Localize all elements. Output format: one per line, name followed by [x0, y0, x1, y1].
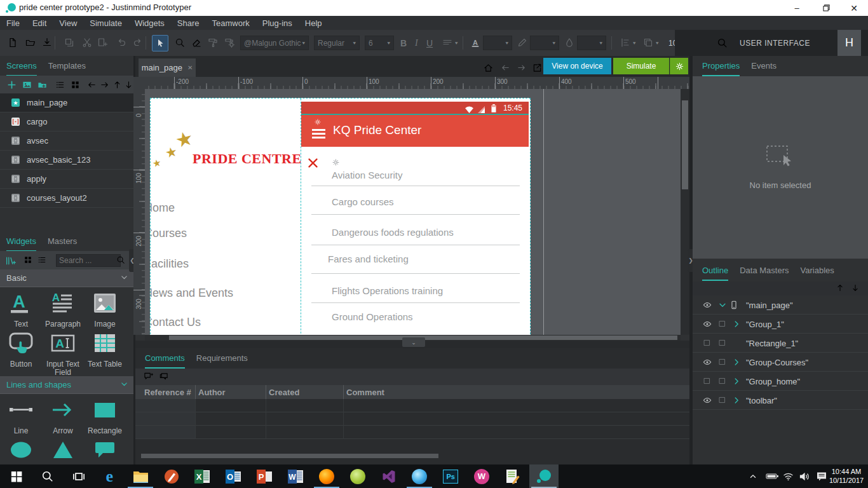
screen-item-avsec[interactable]: avsec [0, 132, 133, 151]
canvas-viewport[interactable]: ★ ★ ★ PRIDE CENTRE HomeCoursesFacilities… [145, 89, 681, 335]
menu-view[interactable]: View [53, 16, 83, 30]
nav-forward-icon[interactable] [513, 60, 529, 75]
drawer-nav-contact-us[interactable]: Contact Us [150, 316, 201, 329]
all-comments-icon[interactable] [157, 370, 170, 383]
outline-row-group-courses[interactable]: "Group-Courses" [693, 353, 868, 372]
restore-button[interactable] [812, 0, 840, 16]
undo-button[interactable] [114, 35, 129, 50]
font-color-select[interactable]: ▾ [483, 36, 512, 50]
comments-table-row[interactable] [135, 426, 689, 439]
select-cursor-button[interactable] [152, 35, 168, 51]
arrange-button[interactable] [641, 35, 656, 50]
home-screen-icon[interactable] [480, 60, 496, 75]
eye-icon[interactable] [703, 320, 712, 329]
canvas-vscrollbar[interactable] [681, 89, 689, 335]
comments-tab-requirements[interactable]: Requirements [196, 349, 248, 367]
widget-arrow[interactable]: Arrow [43, 397, 83, 435]
taskbar-file-explorer[interactable] [126, 464, 155, 488]
tray-chevron-up-icon[interactable] [749, 464, 757, 488]
phone-menu-ground-operations[interactable]: Ground Operations [332, 311, 413, 322]
comments-tab-comments[interactable]: Comments [145, 349, 185, 369]
tray-chat-icon[interactable] [817, 464, 827, 488]
taskbar-photoshop[interactable]: Ps [436, 464, 465, 488]
add-comment-icon[interactable] [142, 370, 154, 383]
taskbar-visual-studio[interactable] [374, 464, 403, 488]
font-style-select[interactable]: Regular▾ [314, 36, 360, 50]
drawer-nav-facilities[interactable]: Facilities [150, 257, 189, 271]
minimize-button[interactable]: – [783, 0, 811, 16]
italic-button[interactable]: I [415, 38, 418, 48]
view-on-device-button[interactable]: View on device [543, 58, 611, 74]
save-button[interactable] [39, 35, 55, 50]
widget-triangle[interactable] [43, 437, 83, 464]
taskbar-firefox[interactable] [312, 464, 341, 488]
screens-grid-button[interactable] [67, 77, 83, 92]
paste-new-button[interactable] [95, 35, 110, 50]
screen-item-main-page[interactable]: ★main_page [0, 93, 133, 112]
font-color-button[interactable]: A [468, 35, 483, 50]
align-objects-caret-icon[interactable]: ▾ [633, 41, 636, 46]
new-file-button[interactable] [5, 35, 20, 50]
menu-share[interactable]: Share [171, 16, 206, 30]
widget-bubble[interactable] [85, 437, 125, 464]
column-header-created[interactable]: Created [269, 388, 299, 397]
chevron-right-icon[interactable] [732, 377, 741, 386]
taskbar-start[interactable] [2, 464, 31, 488]
comments-table-row[interactable] [135, 399, 689, 412]
prototype-artboard[interactable]: ★ ★ ★ PRIDE CENTRE HomeCoursesFacilities… [150, 98, 531, 335]
vscrollbar-thumb[interactable] [682, 100, 688, 189]
tray-volume-icon[interactable] [799, 464, 810, 488]
screens-arrow-down-button[interactable] [121, 77, 133, 92]
font-size-select[interactable]: 6▾ [365, 36, 394, 50]
line-color-select[interactable]: ▾ [530, 36, 559, 50]
eye-icon[interactable] [703, 358, 712, 367]
format-painter-button[interactable] [205, 35, 220, 50]
screens-tab-screens[interactable]: Screens [6, 57, 37, 76]
menu-plug-ins[interactable]: Plug-ins [256, 16, 299, 30]
widgets-tab-masters[interactable]: Masters [48, 233, 77, 250]
hamburger-menu-icon[interactable] [312, 129, 325, 139]
checkbox-icon[interactable] [703, 377, 711, 385]
workspace-caret-icon[interactable]: ▾ [806, 41, 809, 46]
widgets-grid-view-button[interactable] [22, 254, 34, 266]
taskbar-android-studio[interactable] [343, 464, 372, 488]
widget-image[interactable]: Image [85, 290, 125, 329]
phone-menu-cargo-courses[interactable]: Cargo courses [332, 196, 394, 207]
screen-item-apply[interactable]: apply [0, 170, 133, 189]
align-objects-button[interactable] [618, 35, 633, 50]
underline-button[interactable]: U [426, 38, 433, 48]
tab-close-icon[interactable]: ✕ [187, 64, 193, 71]
widget-rectangle[interactable]: Rectangle [85, 397, 125, 435]
open-external-icon[interactable] [529, 60, 545, 75]
column-header-comment[interactable]: Comment [346, 388, 384, 397]
widget-library-add-button[interactable] [3, 253, 18, 268]
search-icon[interactable] [714, 35, 729, 50]
drawer-nav-news-and-events[interactable]: News and Events [150, 287, 233, 300]
close-button[interactable]: ✕ [840, 0, 868, 16]
phone-menu-flights-operations-training[interactable]: Flights Operations training [332, 285, 443, 296]
outline-tab-outline[interactable]: Outline [702, 262, 728, 281]
canvas-tab-main-page[interactable]: main_page ✕ [139, 58, 196, 77]
outline-row-group-1[interactable]: "Group_1" [693, 315, 868, 334]
screens-list-button[interactable] [52, 77, 67, 92]
chevron-right-icon[interactable] [732, 396, 741, 405]
screen-item-cargo[interactable]: cargo [0, 112, 133, 132]
widgets-tab-widgets[interactable]: Widgets [6, 233, 36, 252]
widget-ellipse[interactable] [1, 437, 41, 464]
widget-text-table[interactable]: Text Table [85, 330, 125, 369]
chevron-down-icon[interactable] [120, 273, 128, 281]
move-up-icon[interactable] [834, 281, 846, 294]
chevron-right-icon[interactable] [732, 320, 741, 329]
properties-tab-properties[interactable]: Properties [702, 57, 740, 76]
menu-simulate[interactable]: Simulate [83, 16, 128, 30]
fill-color-select[interactable]: ▾ [577, 36, 606, 50]
column-header-reference[interactable]: Reference # [144, 388, 191, 397]
arrange-caret-icon[interactable]: ▾ [656, 41, 659, 46]
tray-clock[interactable]: 10:44 AM 10/11/2017 [828, 467, 865, 486]
outline-row-toolbar[interactable]: "toolbar" [693, 391, 868, 410]
tray-wifi-icon[interactable] [783, 464, 794, 488]
widget-section-basic[interactable]: Basic [0, 269, 133, 287]
move-down-icon[interactable] [849, 281, 862, 294]
checkbox-icon[interactable] [718, 320, 726, 328]
comments-hscrollbar-thumb[interactable] [141, 454, 438, 458]
